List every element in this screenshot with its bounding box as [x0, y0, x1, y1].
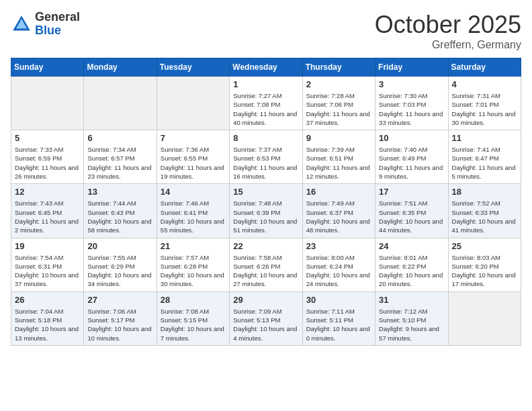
calendar-cell: 30Sunrise: 7:11 AM Sunset: 5:11 PM Dayli… [302, 291, 375, 345]
calendar-week-2: 5Sunrise: 7:33 AM Sunset: 6:59 PM Daylig… [11, 130, 521, 184]
day-number: 11 [452, 133, 517, 143]
calendar-cell: 12Sunrise: 7:43 AM Sunset: 6:45 PM Dayli… [11, 184, 84, 238]
weekday-header-wednesday: Wednesday [230, 58, 302, 77]
calendar-cell: 31Sunrise: 7:12 AM Sunset: 5:10 PM Dayli… [375, 291, 448, 345]
calendar-cell: 19Sunrise: 7:54 AM Sunset: 6:31 PM Dayli… [11, 238, 84, 291]
calendar-cell: 10Sunrise: 7:40 AM Sunset: 6:49 PM Dayli… [375, 130, 448, 184]
calendar-cell: 29Sunrise: 7:09 AM Sunset: 5:13 PM Dayli… [230, 291, 302, 345]
calendar-cell: 4Sunrise: 7:31 AM Sunset: 7:01 PM Daylig… [448, 77, 521, 130]
calendar-cell: 5Sunrise: 7:33 AM Sunset: 6:59 PM Daylig… [11, 130, 84, 184]
calendar-cell: 13Sunrise: 7:44 AM Sunset: 6:43 PM Dayli… [84, 184, 157, 238]
day-info: Sunrise: 7:06 AM Sunset: 5:17 PM Dayligh… [87, 307, 152, 342]
calendar-cell: 21Sunrise: 7:57 AM Sunset: 6:28 PM Dayli… [157, 238, 229, 291]
weekday-header-thursday: Thursday [302, 58, 375, 77]
calendar-week-3: 12Sunrise: 7:43 AM Sunset: 6:45 PM Dayli… [11, 184, 521, 238]
day-number: 30 [306, 295, 371, 305]
calendar-cell: 17Sunrise: 7:51 AM Sunset: 6:35 PM Dayli… [375, 184, 448, 238]
day-number: 19 [15, 241, 80, 251]
calendar-cell: 23Sunrise: 8:00 AM Sunset: 6:24 PM Dayli… [302, 238, 375, 291]
calendar-cell: 15Sunrise: 7:48 AM Sunset: 6:39 PM Dayli… [230, 184, 302, 238]
calendar-cell: 11Sunrise: 7:41 AM Sunset: 6:47 PM Dayli… [448, 130, 521, 184]
calendar-cell: 20Sunrise: 7:55 AM Sunset: 6:29 PM Dayli… [84, 238, 157, 291]
day-info: Sunrise: 8:00 AM Sunset: 6:24 PM Dayligh… [306, 253, 371, 289]
day-number: 7 [161, 133, 226, 143]
title-block: October 2025 Greffern, Germany [375, 11, 521, 51]
day-number: 8 [233, 133, 298, 143]
weekday-header-monday: Monday [84, 58, 157, 77]
day-number: 4 [452, 79, 517, 89]
day-info: Sunrise: 7:28 AM Sunset: 7:06 PM Dayligh… [306, 91, 371, 127]
day-info: Sunrise: 7:54 AM Sunset: 6:31 PM Dayligh… [15, 253, 80, 289]
day-number: 6 [87, 133, 152, 143]
day-number: 31 [379, 295, 444, 305]
day-number: 22 [233, 241, 298, 251]
calendar-table: SundayMondayTuesdayWednesdayThursdayFrid… [11, 58, 521, 346]
day-number: 27 [87, 295, 152, 305]
weekday-header-tuesday: Tuesday [157, 58, 229, 77]
day-number: 13 [87, 187, 152, 197]
day-info: Sunrise: 7:55 AM Sunset: 6:29 PM Dayligh… [87, 253, 152, 289]
day-number: 10 [379, 133, 444, 143]
calendar-cell [157, 77, 229, 130]
day-number: 15 [233, 187, 298, 197]
logo: General Blue [11, 11, 80, 38]
day-info: Sunrise: 7:11 AM Sunset: 5:11 PM Dayligh… [306, 307, 371, 342]
day-number: 17 [379, 187, 444, 197]
weekday-header-saturday: Saturday [448, 58, 521, 77]
day-info: Sunrise: 7:08 AM Sunset: 5:15 PM Dayligh… [161, 307, 226, 342]
calendar-cell: 22Sunrise: 7:58 AM Sunset: 6:26 PM Dayli… [230, 238, 302, 291]
calendar-cell: 18Sunrise: 7:52 AM Sunset: 6:33 PM Dayli… [448, 184, 521, 238]
calendar-cell: 1Sunrise: 7:27 AM Sunset: 7:08 PM Daylig… [230, 77, 302, 130]
weekday-header-friday: Friday [375, 58, 448, 77]
calendar-cell: 25Sunrise: 8:03 AM Sunset: 6:20 PM Dayli… [448, 238, 521, 291]
day-info: Sunrise: 7:46 AM Sunset: 6:41 PM Dayligh… [161, 199, 226, 234]
calendar-cell: 9Sunrise: 7:39 AM Sunset: 6:51 PM Daylig… [302, 130, 375, 184]
day-info: Sunrise: 7:58 AM Sunset: 6:26 PM Dayligh… [233, 253, 298, 289]
day-info: Sunrise: 7:34 AM Sunset: 6:57 PM Dayligh… [87, 145, 152, 181]
day-info: Sunrise: 7:40 AM Sunset: 6:49 PM Dayligh… [379, 145, 444, 181]
day-number: 14 [161, 187, 226, 197]
month-title: October 2025 [375, 11, 521, 39]
day-number: 18 [452, 187, 517, 197]
day-number: 16 [306, 187, 371, 197]
calendar-cell: 6Sunrise: 7:34 AM Sunset: 6:57 PM Daylig… [84, 130, 157, 184]
day-info: Sunrise: 8:03 AM Sunset: 6:20 PM Dayligh… [452, 253, 517, 289]
weekday-header-sunday: Sunday [11, 58, 84, 77]
calendar-cell: 24Sunrise: 8:01 AM Sunset: 6:22 PM Dayli… [375, 238, 448, 291]
calendar-cell: 2Sunrise: 7:28 AM Sunset: 7:06 PM Daylig… [302, 77, 375, 130]
day-info: Sunrise: 7:57 AM Sunset: 6:28 PM Dayligh… [161, 253, 226, 289]
day-number: 1 [233, 79, 298, 89]
day-number: 23 [306, 241, 371, 251]
day-info: Sunrise: 7:41 AM Sunset: 6:47 PM Dayligh… [452, 145, 517, 181]
calendar-cell: 8Sunrise: 7:37 AM Sunset: 6:53 PM Daylig… [230, 130, 302, 184]
calendar-cell [11, 77, 84, 130]
calendar-cell [448, 291, 521, 345]
day-info: Sunrise: 7:52 AM Sunset: 6:33 PM Dayligh… [452, 199, 517, 234]
logo-blue-text: Blue [35, 24, 80, 38]
day-info: Sunrise: 7:37 AM Sunset: 6:53 PM Dayligh… [233, 145, 298, 181]
day-info: Sunrise: 7:49 AM Sunset: 6:37 PM Dayligh… [306, 199, 371, 234]
page-header: General Blue October 2025 Greffern, Germ… [11, 11, 521, 51]
logo-general-text: General [35, 11, 80, 24]
day-info: Sunrise: 7:30 AM Sunset: 7:03 PM Dayligh… [379, 91, 444, 127]
day-info: Sunrise: 7:43 AM Sunset: 6:45 PM Dayligh… [15, 199, 80, 234]
day-number: 29 [233, 295, 298, 305]
calendar-cell: 26Sunrise: 7:04 AM Sunset: 5:18 PM Dayli… [11, 291, 84, 345]
calendar-cell: 7Sunrise: 7:36 AM Sunset: 6:55 PM Daylig… [157, 130, 229, 184]
weekday-header-row: SundayMondayTuesdayWednesdayThursdayFrid… [11, 58, 521, 77]
logo-text: General Blue [35, 11, 80, 38]
day-info: Sunrise: 7:39 AM Sunset: 6:51 PM Dayligh… [306, 145, 371, 181]
calendar-cell: 14Sunrise: 7:46 AM Sunset: 6:41 PM Dayli… [157, 184, 229, 238]
day-info: Sunrise: 7:48 AM Sunset: 6:39 PM Dayligh… [233, 199, 298, 234]
day-number: 21 [161, 241, 226, 251]
day-info: Sunrise: 8:01 AM Sunset: 6:22 PM Dayligh… [379, 253, 444, 289]
calendar-cell [84, 77, 157, 130]
day-info: Sunrise: 7:36 AM Sunset: 6:55 PM Dayligh… [161, 145, 226, 181]
calendar-week-1: 1Sunrise: 7:27 AM Sunset: 7:08 PM Daylig… [11, 77, 521, 130]
day-info: Sunrise: 7:09 AM Sunset: 5:13 PM Dayligh… [233, 307, 298, 342]
day-info: Sunrise: 7:31 AM Sunset: 7:01 PM Dayligh… [452, 91, 517, 127]
calendar-week-5: 26Sunrise: 7:04 AM Sunset: 5:18 PM Dayli… [11, 291, 521, 345]
calendar-cell: 16Sunrise: 7:49 AM Sunset: 6:37 PM Dayli… [302, 184, 375, 238]
day-number: 3 [379, 79, 444, 89]
day-info: Sunrise: 7:27 AM Sunset: 7:08 PM Dayligh… [233, 91, 298, 127]
